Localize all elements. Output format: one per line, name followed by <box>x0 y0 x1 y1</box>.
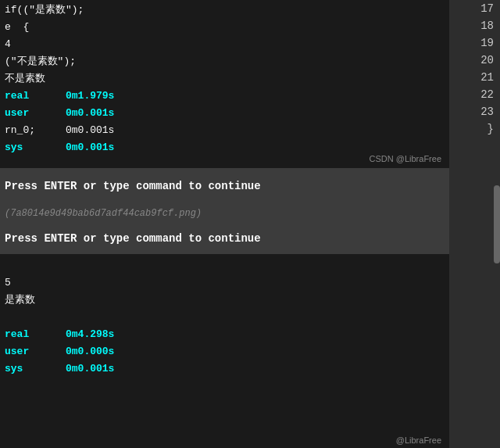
bottom-line-prime: 是素数 <box>5 292 445 309</box>
code-line-5: 不是素数 <box>5 70 445 88</box>
bottom-empty-1 <box>5 257 445 274</box>
code-line-rn: rn_0; 0m0.001s <box>5 122 445 139</box>
image-path-text: (7a8014e9d49bab6d7adf44cab9fcf.png) <box>5 208 202 219</box>
press-enter-section-2: Press ENTER or type command to continue <box>0 223 449 254</box>
line-num-19: 19 <box>455 34 494 52</box>
code-line-4: ("不是素数"); <box>5 53 445 70</box>
line-num-22: 22 <box>455 86 494 103</box>
terminal-top-section: if(("是素数"); e { 4 ("不是素数"); 不是素数 real 0m… <box>0 0 449 168</box>
bottom-sys: sys 0m0.001s <box>5 360 445 378</box>
watermark-top: CSDN @LibraFree <box>370 154 441 163</box>
code-line-3: 4 <box>5 36 445 53</box>
line-num-17: 17 <box>455 0 494 17</box>
code-line-2: e { <box>5 19 445 36</box>
code-line-user-1: user 0m0.001s <box>5 105 445 122</box>
watermark-bottom: @LibraFree <box>396 435 441 445</box>
side-panel: 17 18 19 20 21 22 23 } <box>449 0 500 448</box>
bottom-real: real 0m4.298s <box>5 326 445 343</box>
bottom-user: user 0m0.000s <box>5 343 445 360</box>
code-line-real-1: real 0m1.979s <box>5 88 445 105</box>
line-num-brace: } <box>455 120 494 138</box>
line-num-21: 21 <box>455 69 494 86</box>
scrollbar[interactable] <box>494 185 500 263</box>
image-ref-section: (7a8014e9d49bab6d7adf44cab9fcf.png) <box>0 203 449 223</box>
bottom-empty-2 <box>5 309 445 326</box>
terminal-bottom-section: 5 是素数 real 0m4.298s user 0m0.000s sys 0m… <box>0 254 449 448</box>
bottom-line-5: 5 <box>5 274 445 292</box>
press-enter-text-2: Press ENTER or type command to continue <box>5 232 261 245</box>
line-num-20: 20 <box>455 52 494 69</box>
terminal-window: if(("是素数"); e { 4 ("不是素数"); 不是素数 real 0m… <box>0 0 449 448</box>
press-enter-text-1: Press ENTER or type command to continue <box>5 180 261 192</box>
code-line-1: if(("是素数"); <box>5 2 445 19</box>
line-numbers: 17 18 19 20 21 22 23 } <box>449 0 500 138</box>
press-enter-section-1: Press ENTER or type command to continue <box>0 168 449 203</box>
line-num-23: 23 <box>455 103 494 120</box>
line-num-18: 18 <box>455 17 494 34</box>
